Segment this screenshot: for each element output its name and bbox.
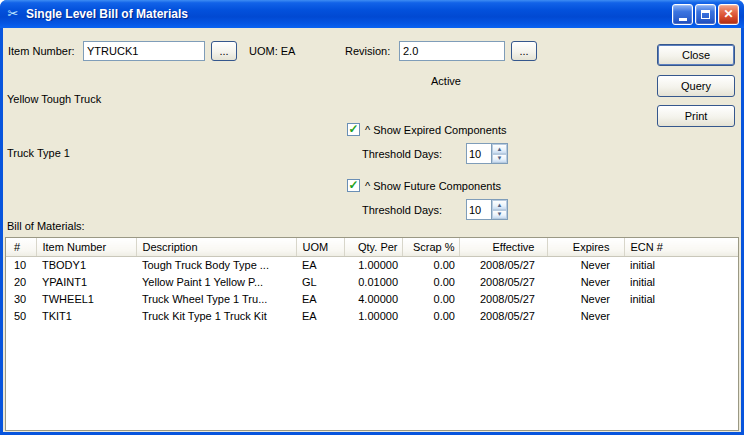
table-cell: TWHEEL1 xyxy=(36,290,136,307)
table-row[interactable]: 20YPAINT1Yellow Paint 1 Yellow P...GL0.0… xyxy=(6,273,738,290)
table-cell: 10 xyxy=(6,256,36,273)
checkbox-icon: ✓ xyxy=(347,179,360,192)
bom-table: #Item NumberDescriptionUOMQty. PerScrap … xyxy=(5,237,739,431)
item-note: Truck Type 1 xyxy=(7,147,70,159)
table-cell: Truck Kit Type 1 Truck Kit xyxy=(136,307,296,324)
table-cell: Never xyxy=(547,273,624,290)
close-icon: ✕ xyxy=(723,8,733,20)
column-header[interactable]: # xyxy=(6,238,36,256)
table-cell: 30 xyxy=(6,290,36,307)
column-header[interactable]: ECN # xyxy=(624,238,738,256)
titlebar-buttons: ✕ xyxy=(672,4,739,25)
table-cell: 0.00 xyxy=(402,290,459,307)
table-cell: Yellow Paint 1 Yellow P... xyxy=(136,273,296,290)
query-button[interactable]: Query xyxy=(657,75,735,97)
table-row[interactable]: 50TKIT1Truck Kit Type 1 Truck KitEA1.000… xyxy=(6,307,738,324)
table-cell: EA xyxy=(296,290,344,307)
table-cell: EA xyxy=(296,256,344,273)
future-threshold-label: Threshold Days: xyxy=(362,204,442,216)
spinner-down-button[interactable]: ▼ xyxy=(492,210,507,220)
minimize-button[interactable] xyxy=(672,4,693,25)
spinner-buttons: ▲ ▼ xyxy=(491,144,507,163)
table-cell: Never xyxy=(547,307,624,324)
revision-browse-button[interactable]: ... xyxy=(511,41,537,61)
table-cell: initial xyxy=(624,290,738,307)
table-cell: Truck Wheel Type 1 Tru... xyxy=(136,290,296,307)
close-window-button[interactable]: ✕ xyxy=(718,4,739,25)
arrow-down-icon: ▼ xyxy=(497,211,503,217)
future-threshold-spinner: ▲ ▼ xyxy=(466,199,508,220)
spinner-up-button[interactable]: ▲ xyxy=(492,144,507,154)
close-button[interactable]: Close xyxy=(657,44,735,66)
item-number-input[interactable] xyxy=(83,41,205,61)
column-header[interactable]: Scrap % xyxy=(402,238,459,256)
table-cell: 2008/05/27 xyxy=(459,307,547,324)
table-cell: 1.00000 xyxy=(344,307,402,324)
table-cell: 2008/05/27 xyxy=(459,290,547,307)
item-number-label: Item Number: xyxy=(8,45,75,57)
app-icon[interactable]: ✂ xyxy=(5,6,21,22)
table-cell: 2008/05/27 xyxy=(459,273,547,290)
check-mark-icon: ✓ xyxy=(348,124,358,135)
table-cell: 50 xyxy=(6,307,36,324)
window-title: Single Level Bill of Materials xyxy=(26,7,672,21)
revision-input[interactable] xyxy=(399,41,505,61)
table-cell: 1.00000 xyxy=(344,256,402,273)
table-cell: 2008/05/27 xyxy=(459,256,547,273)
column-header[interactable]: Effective xyxy=(459,238,547,256)
dialog-content: Item Number: ... UOM: EA Revision: ... C… xyxy=(3,28,741,432)
spinner-up-button[interactable]: ▲ xyxy=(492,200,507,210)
column-header[interactable]: Item Number xyxy=(36,238,136,256)
titlebar[interactable]: ✂ Single Level Bill of Materials ✕ xyxy=(0,0,744,28)
table-cell: Never xyxy=(547,256,624,273)
print-button[interactable]: Print xyxy=(657,105,735,127)
column-header[interactable]: Expires xyxy=(547,238,624,256)
table-cell xyxy=(624,307,738,324)
expired-threshold-spinner: ▲ ▼ xyxy=(466,143,508,164)
table-cell: initial xyxy=(624,273,738,290)
checkbox-label: ^ Show Future Components xyxy=(365,180,501,192)
bom-section-label: Bill of Materials: xyxy=(7,220,85,232)
table-cell: 0.00 xyxy=(402,273,459,290)
table-cell: 0.00 xyxy=(402,256,459,273)
column-header[interactable]: Qty. Per xyxy=(344,238,402,256)
arrow-up-icon: ▲ xyxy=(497,202,503,208)
table-cell: GL xyxy=(296,273,344,290)
table-cell: 0.01000 xyxy=(344,273,402,290)
table-header-row: #Item NumberDescriptionUOMQty. PerScrap … xyxy=(6,238,738,256)
spinner-down-button[interactable]: ▼ xyxy=(492,154,507,164)
table-cell: 20 xyxy=(6,273,36,290)
arrow-up-icon: ▲ xyxy=(497,146,503,152)
table-cell: Never xyxy=(547,290,624,307)
table-cell: YPAINT1 xyxy=(36,273,136,290)
maximize-icon xyxy=(701,10,710,19)
expired-threshold-input[interactable] xyxy=(467,144,491,163)
future-threshold-input[interactable] xyxy=(467,200,491,219)
table-cell: initial xyxy=(624,256,738,273)
table-row[interactable]: 30TWHEEL1Truck Wheel Type 1 Tru...EA4.00… xyxy=(6,290,738,307)
window: ✂ Single Level Bill of Materials ✕ Item … xyxy=(0,0,744,435)
table-cell: EA xyxy=(296,307,344,324)
table-cell: TKIT1 xyxy=(36,307,136,324)
expired-components-checkbox[interactable]: ✓ ^ Show Expired Components xyxy=(347,123,507,136)
uom-label: UOM: EA xyxy=(249,45,295,57)
arrow-down-icon: ▼ xyxy=(497,155,503,161)
item-number-browse-button[interactable]: ... xyxy=(211,41,237,61)
table-cell: 4.00000 xyxy=(344,290,402,307)
checkbox-icon: ✓ xyxy=(347,123,360,136)
check-mark-icon: ✓ xyxy=(348,180,358,191)
table-cell: TBODY1 xyxy=(36,256,136,273)
future-components-checkbox[interactable]: ✓ ^ Show Future Components xyxy=(347,179,501,192)
status-text: Active xyxy=(431,75,461,87)
table-cell: 0.00 xyxy=(402,307,459,324)
spinner-buttons: ▲ ▼ xyxy=(491,200,507,219)
maximize-button[interactable] xyxy=(695,4,716,25)
table-row[interactable]: 10TBODY1Tough Truck Body Type ...EA1.000… xyxy=(6,256,738,273)
column-header[interactable]: UOM xyxy=(296,238,344,256)
table-cell: Tough Truck Body Type ... xyxy=(136,256,296,273)
column-header[interactable]: Description xyxy=(136,238,296,256)
expired-threshold-label: Threshold Days: xyxy=(362,148,442,160)
checkbox-label: ^ Show Expired Components xyxy=(365,124,507,136)
minimize-icon xyxy=(679,18,687,21)
bom-table-body: 10TBODY1Tough Truck Body Type ...EA1.000… xyxy=(6,256,738,324)
